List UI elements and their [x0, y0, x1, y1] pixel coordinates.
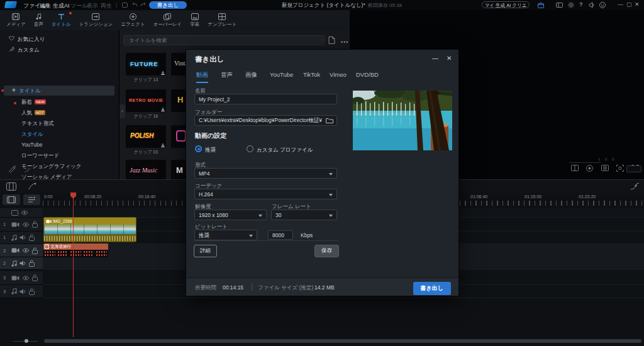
help-icon[interactable]: ? — [579, 1, 583, 8]
frame-icon[interactable] — [11, 210, 18, 216]
name-input[interactable] — [194, 94, 337, 104]
sidebar-item-style[interactable]: スタイル — [21, 131, 43, 138]
sidebar-item-custom[interactable]: カスタム — [18, 47, 40, 54]
curve-edit-icon[interactable] — [630, 182, 640, 191]
dialog-tab-dvdbd[interactable]: DVD/BD — [356, 71, 379, 81]
account-icon[interactable] — [599, 2, 606, 8]
lock-icon[interactable] — [32, 247, 38, 254]
tab-overlay[interactable]: オーバーレイ — [150, 10, 186, 30]
lock-icon[interactable] — [29, 260, 35, 267]
my-ai-creations-button[interactable]: マイ 生成 AI クリエーション — [482, 1, 530, 8]
timeline-zoom-handle[interactable] — [25, 339, 28, 343]
import-icon[interactable] — [328, 36, 335, 44]
tab-transition[interactable]: トランジション — [75, 10, 116, 30]
menu-edit[interactable]: 編集 — [40, 2, 51, 10]
record-icon[interactable] — [586, 165, 593, 172]
template-thumb-future[interactable]: FUTURE — [126, 53, 166, 75]
list-view-icon[interactable] — [601, 165, 609, 171]
lock-icon[interactable] — [29, 288, 35, 295]
bitrate-mode-dropdown[interactable]: 推奨 — [194, 230, 257, 240]
template-thumb-retro-movie[interactable]: RETRO MOVIE — [126, 89, 166, 112]
radio-recommended[interactable] — [195, 145, 202, 152]
eye-icon[interactable] — [22, 248, 30, 253]
radio-custom-profile[interactable] — [247, 145, 253, 152]
lock-icon[interactable] — [32, 221, 38, 228]
more-options-icon[interactable]: ••• — [341, 39, 348, 45]
details-button[interactable]: 詳細 — [194, 245, 217, 257]
pen-draw-icon[interactable] — [28, 182, 37, 191]
playhead-line[interactable] — [73, 193, 74, 337]
video-clip[interactable]: IMG_2268 — [43, 217, 136, 242]
eye-icon[interactable] — [21, 210, 28, 215]
sidebar-item-new[interactable]: 新着NEW — [21, 99, 46, 106]
layout-icon[interactable] — [556, 3, 563, 8]
radio-recommended-label[interactable]: 推奨 — [205, 147, 216, 154]
speaker-icon[interactable] — [19, 260, 26, 266]
search-input[interactable] — [123, 35, 325, 45]
eye-icon[interactable] — [22, 222, 30, 227]
sidebar-item-favorites[interactable]: お気に入り — [18, 36, 45, 43]
save-profile-button[interactable]: 保存 — [314, 245, 339, 257]
resolution-dropdown[interactable]: 1920 x 1080 — [194, 209, 267, 220]
browse-folder-icon[interactable] — [326, 118, 333, 123]
redo-icon[interactable] — [140, 3, 146, 8]
tab-media[interactable]: メディア — [3, 10, 30, 30]
menubar-export-button[interactable]: 書き出し — [149, 1, 187, 9]
tab-title[interactable]: タイトル — [48, 10, 75, 30]
sidebar-item-popular[interactable]: 人気HOT — [21, 109, 45, 117]
range-select-icon[interactable] — [6, 182, 16, 191]
collapse-panel-chevron[interactable]: ‹ — [119, 104, 125, 118]
dialog-tab-image[interactable]: 画像 — [245, 71, 257, 82]
track-options-button[interactable] — [23, 194, 40, 205]
zoom-select-icon[interactable] — [616, 165, 624, 172]
menu-play[interactable]: 再生 — [101, 2, 112, 10]
folder-input[interactable] — [194, 115, 337, 126]
lock-icon[interactable] — [32, 274, 38, 281]
settings-gear-icon[interactable] — [568, 2, 574, 8]
eraser-tool-icon[interactable] — [24, 165, 32, 173]
sidebar-item-text-format[interactable]: テキスト形式 — [21, 120, 54, 128]
lock-icon[interactable] — [29, 234, 35, 241]
tab-effect[interactable]: エフェクト — [117, 10, 148, 30]
notifications-icon[interactable] — [589, 2, 596, 8]
dialog-minimize-button[interactable]: — — [432, 55, 438, 62]
framerate-dropdown[interactable]: 30 — [271, 209, 337, 220]
capture-icon[interactable] — [122, 3, 128, 8]
sidebar-item-youtube[interactable]: YouTube — [21, 142, 42, 148]
format-dropdown[interactable]: MP4 — [194, 168, 337, 179]
undo-icon[interactable] — [132, 3, 138, 8]
dialog-tab-vimeo[interactable]: Vimeo — [330, 71, 347, 81]
speaker-icon[interactable] — [19, 289, 26, 294]
eye-icon[interactable] — [22, 276, 30, 281]
bitrate-input[interactable] — [268, 230, 293, 240]
speaker-icon[interactable] — [19, 235, 26, 240]
title-clip[interactable]: T 北海道旅行 — [43, 243, 108, 257]
dialog-close-button[interactable]: ✕ — [447, 55, 452, 62]
template-thumb-polish[interactable]: POLISH — [126, 125, 166, 148]
preview-zoom-slider[interactable] — [569, 162, 601, 163]
radio-custom-profile-label[interactable]: カスタム プロファイル — [257, 147, 313, 154]
dialog-tab-tiktok[interactable]: TikTok — [303, 71, 320, 81]
timeline-horizontal-scrollbar[interactable] — [44, 339, 641, 343]
pen-tool-icon[interactable] — [8, 165, 16, 173]
menu-view[interactable]: 表示 — [87, 2, 98, 10]
dialog-tab-video[interactable]: 動画 — [196, 71, 208, 83]
codec-dropdown[interactable]: H.264 — [194, 189, 337, 199]
menu-generative-ai[interactable]: 生成AI — [53, 2, 70, 10]
track-manager-button[interactable] — [3, 194, 20, 205]
dialog-tab-youtube[interactable]: YouTube — [270, 71, 293, 81]
tab-subtitle[interactable]: 字幕 — [186, 10, 203, 30]
sidebar-item-lower-third[interactable]: ローワーサード — [21, 152, 59, 160]
menu-tools[interactable]: ツール — [70, 2, 87, 10]
tab-audio[interactable]: 音声 — [30, 10, 47, 30]
sidebar-item-title[interactable]: タイトル — [19, 87, 41, 95]
stock-box-icon[interactable] — [538, 2, 544, 8]
template-thumb-jazz-music[interactable]: Jazz Music — [126, 160, 166, 179]
window-close-button[interactable]: ✕ — [635, 1, 640, 8]
window-minimize-button[interactable]: — — [618, 1, 623, 8]
dialog-tab-audio[interactable]: 音声 — [221, 71, 233, 82]
export-start-button[interactable]: 書き出し — [413, 282, 451, 295]
storyboard-view-icon[interactable] — [571, 165, 579, 171]
tab-template[interactable]: テンプレート — [204, 10, 240, 30]
window-maximize-button[interactable]: ▢ — [626, 1, 632, 8]
